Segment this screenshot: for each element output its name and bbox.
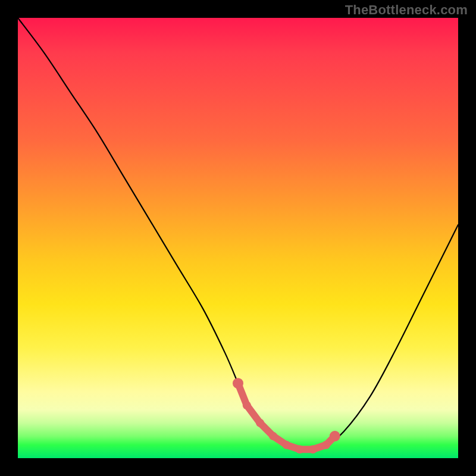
highlight-dot xyxy=(233,378,243,389)
highlight-dot xyxy=(269,432,277,440)
highlight-dot xyxy=(296,445,304,453)
highlight-dot xyxy=(330,431,340,441)
highlight-dot xyxy=(282,441,290,449)
highlight-dots xyxy=(233,378,340,453)
highlight-dot xyxy=(243,401,251,409)
highlight-dot xyxy=(256,419,264,427)
highlight-segment xyxy=(238,383,335,449)
highlight-dot xyxy=(309,445,317,453)
highlight-dot xyxy=(322,441,330,449)
chart-overlay xyxy=(18,18,458,458)
watermark-text: TheBottleneck.com xyxy=(345,2,468,18)
chart-frame: TheBottleneck.com xyxy=(0,0,476,476)
